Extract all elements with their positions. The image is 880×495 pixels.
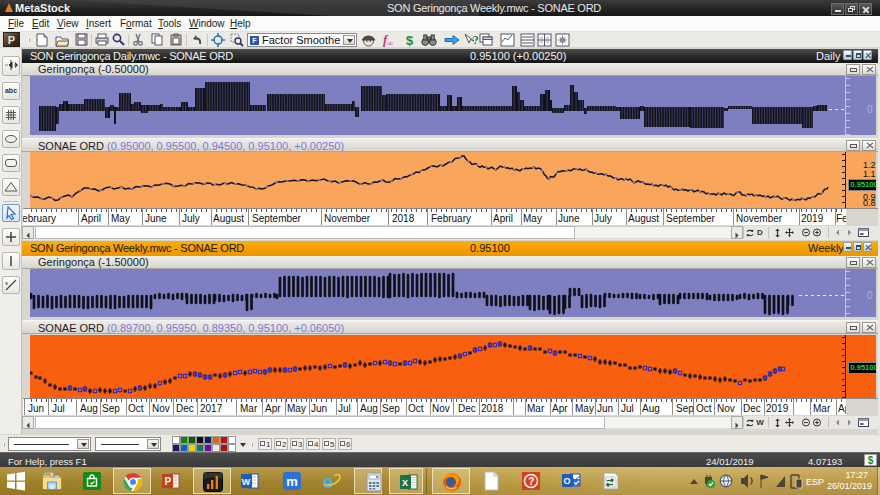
svg-text:ESP: ESP	[806, 477, 824, 487]
svg-text:X: X	[402, 478, 408, 488]
svg-text:W: W	[242, 477, 251, 487]
svg-text:?: ?	[528, 476, 534, 487]
svg-text:O: O	[564, 476, 571, 486]
svg-text:e: e	[323, 471, 334, 491]
svg-text:P: P	[164, 476, 171, 487]
svg-text:m: m	[286, 474, 298, 489]
svg-text:s: s	[5, 280, 8, 286]
